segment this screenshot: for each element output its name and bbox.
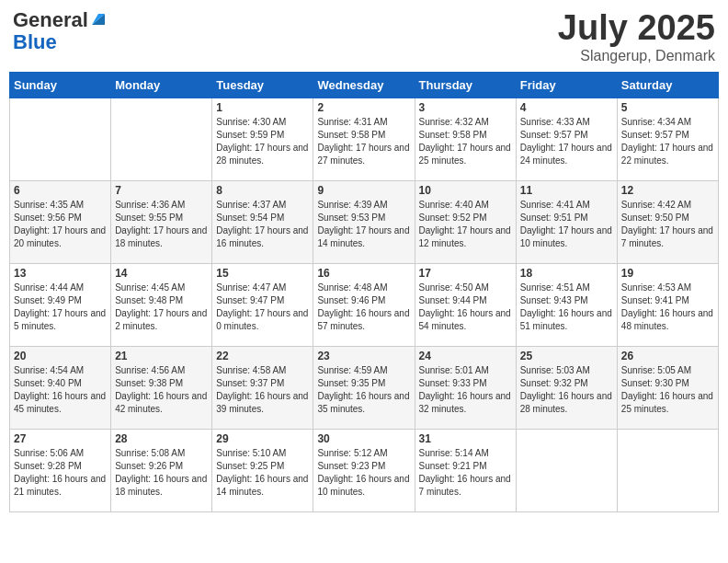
- calendar-cell: 28Sunrise: 5:08 AM Sunset: 9:26 PM Dayli…: [111, 429, 212, 511]
- column-header-friday: Friday: [516, 72, 617, 98]
- day-number: 29: [216, 432, 309, 445]
- day-number: 19: [621, 267, 714, 280]
- day-info: Sunrise: 4:53 AM Sunset: 9:41 PM Dayligh…: [621, 282, 714, 333]
- day-info: Sunrise: 4:36 AM Sunset: 9:55 PM Dayligh…: [115, 199, 208, 250]
- day-info: Sunrise: 5:05 AM Sunset: 9:30 PM Dayligh…: [621, 364, 714, 416]
- calendar-cell: 31Sunrise: 5:14 AM Sunset: 9:21 PM Dayli…: [415, 429, 516, 511]
- day-number: 14: [115, 267, 208, 280]
- day-number: 25: [520, 350, 613, 362]
- calendar-cell: 7Sunrise: 4:36 AM Sunset: 9:55 PM Daylig…: [111, 180, 212, 263]
- logo-icon: [90, 10, 107, 27]
- day-info: Sunrise: 4:35 AM Sunset: 9:56 PM Dayligh…: [14, 199, 107, 250]
- day-number: 27: [14, 432, 107, 445]
- day-info: Sunrise: 5:01 AM Sunset: 9:33 PM Dayligh…: [419, 364, 512, 416]
- calendar-cell: 24Sunrise: 5:01 AM Sunset: 9:33 PM Dayli…: [415, 346, 516, 429]
- day-info: Sunrise: 4:40 AM Sunset: 9:52 PM Dayligh…: [419, 199, 512, 250]
- column-header-monday: Monday: [111, 72, 212, 98]
- calendar-cell: 23Sunrise: 4:59 AM Sunset: 9:35 PM Dayli…: [313, 346, 415, 429]
- calendar-cell: 16Sunrise: 4:48 AM Sunset: 9:46 PM Dayli…: [313, 263, 415, 346]
- day-number: 11: [520, 184, 613, 197]
- column-header-wednesday: Wednesday: [313, 72, 415, 98]
- day-number: 4: [520, 101, 613, 114]
- calendar-cell: 5Sunrise: 4:34 AM Sunset: 9:57 PM Daylig…: [617, 98, 718, 180]
- day-number: 18: [520, 267, 613, 280]
- calendar-cell: 3Sunrise: 4:32 AM Sunset: 9:58 PM Daylig…: [415, 98, 516, 180]
- day-info: Sunrise: 4:56 AM Sunset: 9:38 PM Dayligh…: [115, 364, 208, 416]
- day-number: 1: [216, 101, 309, 114]
- day-number: 10: [419, 184, 512, 197]
- logo-general-text: General: [13, 9, 88, 31]
- logo-blue-text: Blue: [13, 31, 57, 53]
- day-info: Sunrise: 4:42 AM Sunset: 9:50 PM Dayligh…: [621, 199, 714, 250]
- page-location: Slangerup, Denmark: [558, 48, 715, 64]
- day-info: Sunrise: 4:47 AM Sunset: 9:47 PM Dayligh…: [216, 282, 309, 333]
- day-number: 31: [419, 432, 512, 445]
- day-info: Sunrise: 4:37 AM Sunset: 9:54 PM Dayligh…: [216, 199, 309, 250]
- day-number: 30: [317, 432, 410, 445]
- calendar-cell: 18Sunrise: 4:51 AM Sunset: 9:43 PM Dayli…: [516, 263, 617, 346]
- day-number: 17: [419, 267, 512, 280]
- calendar-cell: 20Sunrise: 4:54 AM Sunset: 9:40 PM Dayli…: [10, 346, 111, 429]
- day-info: Sunrise: 4:45 AM Sunset: 9:48 PM Dayligh…: [115, 282, 208, 333]
- calendar-cell: 22Sunrise: 4:58 AM Sunset: 9:37 PM Dayli…: [212, 346, 313, 429]
- day-number: 2: [317, 101, 410, 114]
- day-info: Sunrise: 5:12 AM Sunset: 9:23 PM Dayligh…: [317, 447, 410, 499]
- day-number: 28: [115, 432, 208, 445]
- calendar-week-3: 13Sunrise: 4:44 AM Sunset: 9:49 PM Dayli…: [10, 263, 719, 346]
- calendar-cell: 14Sunrise: 4:45 AM Sunset: 9:48 PM Dayli…: [111, 263, 212, 346]
- calendar-cell: [10, 98, 111, 180]
- day-info: Sunrise: 5:06 AM Sunset: 9:28 PM Dayligh…: [14, 447, 107, 499]
- calendar-cell: 29Sunrise: 5:10 AM Sunset: 9:25 PM Dayli…: [212, 429, 313, 511]
- calendar-cell: 21Sunrise: 4:56 AM Sunset: 9:38 PM Dayli…: [111, 346, 212, 429]
- day-number: 3: [419, 101, 512, 114]
- calendar-cell: [111, 98, 212, 180]
- calendar-week-5: 27Sunrise: 5:06 AM Sunset: 9:28 PM Dayli…: [10, 429, 719, 511]
- day-info: Sunrise: 4:48 AM Sunset: 9:46 PM Dayligh…: [317, 282, 410, 333]
- day-number: 16: [317, 267, 410, 280]
- day-number: 8: [216, 184, 309, 197]
- day-number: 12: [621, 184, 714, 197]
- day-number: 13: [14, 267, 107, 280]
- day-info: Sunrise: 4:41 AM Sunset: 9:51 PM Dayligh…: [520, 199, 613, 250]
- day-info: Sunrise: 5:08 AM Sunset: 9:26 PM Dayligh…: [115, 447, 208, 499]
- calendar-cell: 19Sunrise: 4:53 AM Sunset: 9:41 PM Dayli…: [617, 263, 718, 346]
- column-header-tuesday: Tuesday: [212, 72, 313, 98]
- calendar-cell: 27Sunrise: 5:06 AM Sunset: 9:28 PM Dayli…: [10, 429, 111, 511]
- day-info: Sunrise: 5:10 AM Sunset: 9:25 PM Dayligh…: [216, 447, 309, 499]
- calendar-cell: 17Sunrise: 4:50 AM Sunset: 9:44 PM Dayli…: [415, 263, 516, 346]
- day-number: 7: [115, 184, 208, 197]
- page-title: July 2025: [558, 9, 715, 48]
- logo: General Blue: [13, 9, 107, 53]
- day-info: Sunrise: 4:50 AM Sunset: 9:44 PM Dayligh…: [419, 282, 512, 333]
- day-info: Sunrise: 4:59 AM Sunset: 9:35 PM Dayligh…: [317, 364, 410, 416]
- day-info: Sunrise: 4:58 AM Sunset: 9:37 PM Dayligh…: [216, 364, 309, 416]
- day-info: Sunrise: 4:51 AM Sunset: 9:43 PM Dayligh…: [520, 282, 613, 333]
- calendar-cell: 8Sunrise: 4:37 AM Sunset: 9:54 PM Daylig…: [212, 180, 313, 263]
- day-info: Sunrise: 4:54 AM Sunset: 9:40 PM Dayligh…: [14, 364, 107, 416]
- calendar-cell: 4Sunrise: 4:33 AM Sunset: 9:57 PM Daylig…: [516, 98, 617, 180]
- day-number: 9: [317, 184, 410, 197]
- calendar-header-row: SundayMondayTuesdayWednesdayThursdayFrid…: [10, 72, 719, 98]
- calendar-cell: 26Sunrise: 5:05 AM Sunset: 9:30 PM Dayli…: [617, 346, 718, 429]
- day-number: 20: [14, 350, 107, 362]
- calendar-cell: 6Sunrise: 4:35 AM Sunset: 9:56 PM Daylig…: [10, 180, 111, 263]
- column-header-thursday: Thursday: [415, 72, 516, 98]
- day-info: Sunrise: 4:32 AM Sunset: 9:58 PM Dayligh…: [419, 116, 512, 167]
- day-info: Sunrise: 4:31 AM Sunset: 9:58 PM Dayligh…: [317, 116, 410, 167]
- calendar-cell: 12Sunrise: 4:42 AM Sunset: 9:50 PM Dayli…: [617, 180, 718, 263]
- day-info: Sunrise: 4:33 AM Sunset: 9:57 PM Dayligh…: [520, 116, 613, 167]
- column-header-saturday: Saturday: [617, 72, 718, 98]
- calendar-cell: 9Sunrise: 4:39 AM Sunset: 9:53 PM Daylig…: [313, 180, 415, 263]
- day-number: 21: [115, 350, 208, 362]
- day-number: 6: [14, 184, 107, 197]
- day-number: 5: [621, 101, 714, 114]
- day-info: Sunrise: 5:14 AM Sunset: 9:21 PM Dayligh…: [419, 447, 512, 499]
- day-info: Sunrise: 4:34 AM Sunset: 9:57 PM Dayligh…: [621, 116, 714, 167]
- calendar-cell: 2Sunrise: 4:31 AM Sunset: 9:58 PM Daylig…: [313, 98, 415, 180]
- title-block: July 2025 Slangerup, Denmark: [558, 9, 715, 64]
- calendar-cell: 11Sunrise: 4:41 AM Sunset: 9:51 PM Dayli…: [516, 180, 617, 263]
- calendar-table: SundayMondayTuesdayWednesdayThursdayFrid…: [9, 72, 719, 512]
- day-info: Sunrise: 4:30 AM Sunset: 9:59 PM Dayligh…: [216, 116, 309, 167]
- calendar-week-2: 6Sunrise: 4:35 AM Sunset: 9:56 PM Daylig…: [10, 180, 719, 263]
- page-header: General Blue July 2025 Slangerup, Denmar…: [9, 9, 719, 64]
